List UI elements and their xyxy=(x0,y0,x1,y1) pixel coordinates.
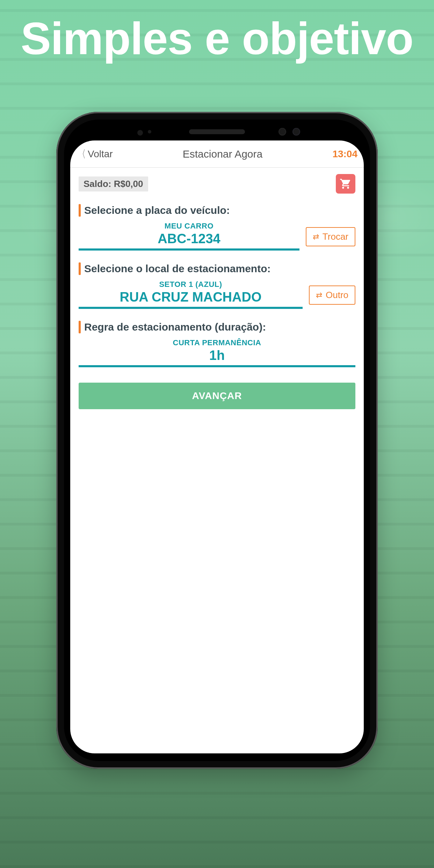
back-button[interactable]: 〈 Voltar xyxy=(77,149,113,160)
rule-section: Regra de estacionamento (duração): CURTA… xyxy=(79,321,355,367)
rule-duration: 1h xyxy=(79,348,355,363)
vehicle-field[interactable]: MEU CARRO ABC-1234 xyxy=(79,222,299,251)
phone-camera-icon xyxy=(279,128,286,136)
swap-vehicle-button[interactable]: ⇄ Trocar xyxy=(306,227,355,246)
phone-frame: 〈 Voltar Estacionar Agora 13:04 Saldo: R… xyxy=(56,112,378,769)
location-section-label: Selecione o local de estacionamento: xyxy=(79,262,355,275)
advance-button[interactable]: AVANÇAR xyxy=(79,383,355,409)
rule-type: CURTA PERMANÊNCIA xyxy=(79,338,355,347)
vehicle-section: Selecione a placa do veículo: MEU CARRO … xyxy=(79,204,355,251)
header-time: 13:04 xyxy=(332,149,357,160)
phone-sensor-icon xyxy=(137,130,143,136)
rule-field[interactable]: CURTA PERMANÊNCIA 1h xyxy=(79,338,355,367)
swap-vehicle-label: Trocar xyxy=(323,231,348,242)
phone-sensor-icon xyxy=(148,130,151,133)
cart-button[interactable] xyxy=(336,174,355,194)
swap-location-button[interactable]: ⇄ Outro xyxy=(309,285,355,305)
cart-icon xyxy=(340,178,352,190)
accent-bar xyxy=(79,204,81,217)
accent-bar xyxy=(79,321,81,333)
chevron-left-icon: 〈 xyxy=(78,149,86,159)
swap-icon: ⇄ xyxy=(316,291,322,299)
rule-section-text: Regra de estacionamento (duração): xyxy=(84,321,266,333)
promo-headline: Simples e objetivo xyxy=(0,0,434,63)
app-body: Saldo: R$0,00 Selecione a placa do veícu… xyxy=(70,168,364,753)
page-title: Estacionar Agora xyxy=(183,148,262,160)
swap-icon: ⇄ xyxy=(313,233,319,241)
app-header: 〈 Voltar Estacionar Agora 13:04 xyxy=(70,140,364,168)
phone-camera-icon xyxy=(292,128,300,136)
vehicle-nickname: MEU CARRO xyxy=(79,222,299,231)
phone-speaker xyxy=(189,129,245,134)
vehicle-plate: ABC-1234 xyxy=(79,231,299,246)
balance-badge: Saldo: R$0,00 xyxy=(79,176,148,191)
location-field[interactable]: SETOR 1 (AZUL) RUA CRUZ MACHADO xyxy=(79,280,303,309)
vehicle-section-text: Selecione a placa do veículo: xyxy=(84,204,230,216)
back-label: Voltar xyxy=(88,149,113,160)
location-section: Selecione o local de estacionamento: SET… xyxy=(79,262,355,309)
vehicle-section-label: Selecione a placa do veículo: xyxy=(79,204,355,217)
balance-row: Saldo: R$0,00 xyxy=(79,174,355,194)
location-sector: SETOR 1 (AZUL) xyxy=(79,280,303,289)
app-screen: 〈 Voltar Estacionar Agora 13:04 Saldo: R… xyxy=(70,140,364,753)
location-street: RUA CRUZ MACHADO xyxy=(79,290,303,305)
accent-bar xyxy=(79,262,81,275)
rule-section-label: Regra de estacionamento (duração): xyxy=(79,321,355,333)
swap-location-label: Outro xyxy=(326,290,348,301)
phone-inner: 〈 Voltar Estacionar Agora 13:04 Saldo: R… xyxy=(64,120,370,761)
location-section-text: Selecione o local de estacionamento: xyxy=(84,263,271,275)
